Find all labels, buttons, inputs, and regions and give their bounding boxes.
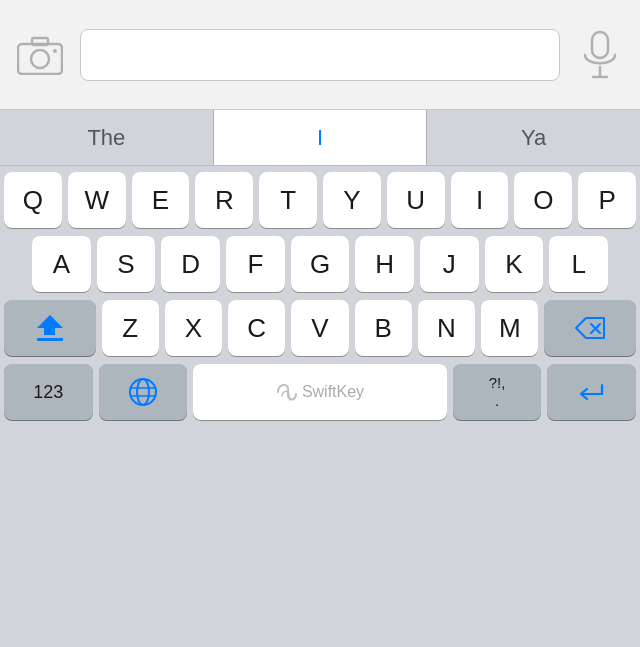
autocomplete-right-label: Ya xyxy=(521,125,546,151)
key-j[interactable]: J xyxy=(420,236,479,292)
key-w[interactable]: W xyxy=(68,172,126,228)
key-x[interactable]: X xyxy=(165,300,222,356)
numbers-label: 123 xyxy=(33,382,63,403)
autocomplete-left[interactable]: The xyxy=(0,110,214,165)
camera-button[interactable] xyxy=(10,25,70,85)
key-l[interactable]: L xyxy=(549,236,608,292)
swiftkey-brand-icon xyxy=(276,382,298,402)
svg-point-1 xyxy=(31,50,49,68)
space-key[interactable]: SwiftKey xyxy=(193,364,446,420)
microphone-button[interactable] xyxy=(570,25,630,85)
key-a[interactable]: A xyxy=(32,236,91,292)
symbols-key[interactable]: ?!,. xyxy=(453,364,542,420)
svg-rect-2 xyxy=(32,38,48,45)
search-input[interactable] xyxy=(80,29,560,81)
key-h[interactable]: H xyxy=(355,236,414,292)
return-key[interactable] xyxy=(547,364,636,420)
key-s[interactable]: S xyxy=(97,236,156,292)
keyboard: Q W E R T Y U I O P A S D F G H J K L Z … xyxy=(0,166,640,424)
backspace-icon xyxy=(574,316,606,340)
key-r[interactable]: R xyxy=(195,172,253,228)
keyboard-row-2: A S D F G H J K L xyxy=(4,236,636,292)
shift-key[interactable] xyxy=(4,300,96,356)
globe-key[interactable] xyxy=(99,364,188,420)
key-b[interactable]: B xyxy=(355,300,412,356)
swiftkey-label: SwiftKey xyxy=(302,383,364,401)
key-k[interactable]: K xyxy=(485,236,544,292)
key-d[interactable]: D xyxy=(161,236,220,292)
svg-point-10 xyxy=(137,379,149,405)
svg-point-9 xyxy=(130,379,156,405)
svg-rect-0 xyxy=(18,44,62,74)
autocomplete-right[interactable]: Ya xyxy=(427,110,640,165)
key-e[interactable]: E xyxy=(132,172,190,228)
key-m[interactable]: M xyxy=(481,300,538,356)
key-c[interactable]: C xyxy=(228,300,285,356)
keyboard-row-bottom: 123 SwiftKey ?!,. xyxy=(4,364,636,420)
key-i[interactable]: I xyxy=(451,172,509,228)
microphone-icon xyxy=(580,30,620,80)
key-y[interactable]: Y xyxy=(323,172,381,228)
key-u[interactable]: U xyxy=(387,172,445,228)
svg-point-3 xyxy=(53,49,57,53)
return-icon xyxy=(578,381,606,403)
backspace-key[interactable] xyxy=(544,300,636,356)
key-t[interactable]: T xyxy=(259,172,317,228)
globe-icon xyxy=(128,377,158,407)
key-q[interactable]: Q xyxy=(4,172,62,228)
key-p[interactable]: P xyxy=(578,172,636,228)
autocomplete-bar: The I Ya xyxy=(0,110,640,166)
shift-icon xyxy=(37,315,63,341)
key-n[interactable]: N xyxy=(418,300,475,356)
autocomplete-left-label: The xyxy=(87,125,125,151)
swiftkey-logo: SwiftKey xyxy=(276,382,364,402)
camera-icon xyxy=(17,35,63,75)
key-o[interactable]: O xyxy=(514,172,572,228)
key-v[interactable]: V xyxy=(291,300,348,356)
autocomplete-middle-label: I xyxy=(317,125,323,151)
numbers-key[interactable]: 123 xyxy=(4,364,93,420)
svg-rect-4 xyxy=(592,32,608,58)
keyboard-row-3: Z X C V B N M xyxy=(4,300,636,356)
key-g[interactable]: G xyxy=(291,236,350,292)
key-z[interactable]: Z xyxy=(102,300,159,356)
key-f[interactable]: F xyxy=(226,236,285,292)
top-bar xyxy=(0,0,640,110)
keyboard-row-1: Q W E R T Y U I O P xyxy=(4,172,636,228)
autocomplete-middle[interactable]: I xyxy=(214,110,428,165)
symbols-label: ?!,. xyxy=(489,374,506,410)
